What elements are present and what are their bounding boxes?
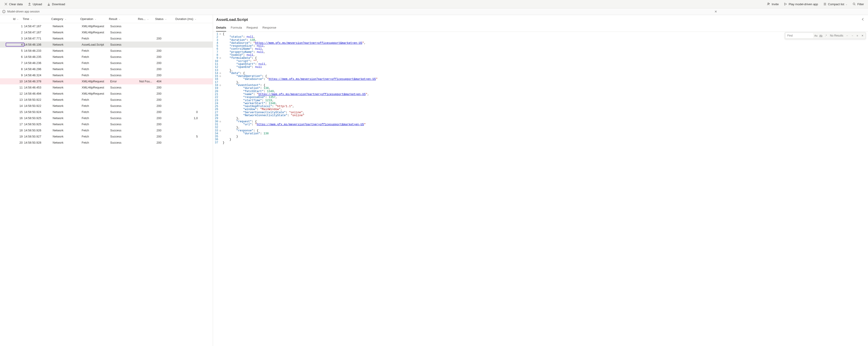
find-next-button[interactable]: →	[850, 33, 855, 38]
cell-category: Network	[53, 49, 82, 52]
table-row[interactable]: 614:58:48.235NetworkFetchSuccess200	[0, 54, 213, 60]
cell-status: 200	[156, 141, 177, 144]
table-row[interactable]: 514:58:48.233NetworkFetchSuccess200	[0, 48, 213, 54]
col-header-duration[interactable]: Duration (ms)⌄	[175, 17, 198, 21]
cell-operation: Fetch	[82, 67, 110, 71]
tab-response[interactable]: Response	[262, 25, 276, 32]
cell-time: 14:58:48.324	[24, 74, 53, 77]
find-in-selection-button[interactable]: ≡	[855, 33, 860, 38]
table-row[interactable]: 914:58:48.324NetworkFetchSuccess200	[0, 72, 213, 78]
find-bar: Aa Ab .* No Results ← → ≡ ✕	[785, 32, 866, 39]
filter-button[interactable]: Filter	[850, 1, 866, 7]
clear-data-label: Clear data	[9, 2, 23, 6]
cell-operation: Fetch	[82, 141, 110, 144]
session-bar: Model-driven app session ✕	[0, 8, 868, 15]
cell-status: 200	[156, 55, 177, 59]
cell-result: Success	[110, 116, 139, 120]
chevron-down-icon: ⌄	[165, 18, 167, 20]
list-icon	[823, 2, 827, 6]
table-row[interactable]: 1814:58:50.926NetworkFetchSuccess200	[0, 127, 213, 134]
cell-status: 200	[156, 104, 177, 108]
cell-time: 14:58:50.922	[24, 104, 53, 108]
cell-id: 3	[6, 37, 24, 40]
play-app-button[interactable]: Play model-driven app	[782, 1, 820, 7]
find-input[interactable]	[786, 33, 813, 38]
cell-time: 14:58:48.296	[24, 67, 53, 71]
session-close-button[interactable]: ✕	[713, 9, 718, 14]
cell-operation: Fetch	[82, 122, 110, 126]
tab-details[interactable]: Details	[216, 25, 226, 32]
tab-request[interactable]: Request	[247, 25, 258, 32]
table-row[interactable]: 714:58:48.236NetworkFetchSuccess200	[0, 60, 213, 66]
cell-status: 200	[156, 122, 177, 126]
cell-operation: Fetch	[82, 110, 110, 114]
whole-word-icon[interactable]: Ab	[818, 33, 823, 38]
cell-result: Success	[110, 67, 139, 71]
cell-result: Success	[110, 37, 139, 40]
details-tabs: DetailsFormulaRequestResponse	[213, 25, 868, 32]
table-row[interactable]: 1714:58:50.925NetworkFetchSuccess200	[0, 121, 213, 127]
cell-category: Network	[53, 74, 82, 77]
cell-category: Network	[53, 25, 82, 28]
col-header-id[interactable]: Id⌄	[4, 17, 23, 21]
session-title: Model-driven app session	[7, 10, 39, 13]
table-row[interactable]: 414:58:48.106NetworkAssetLoad.ScriptSucc…	[0, 41, 213, 48]
fold-gutter[interactable]: ⊟ ⊟ ⊟ ⊟ ⊟ ⊟ ⊟	[220, 33, 223, 346]
clear-data-button[interactable]: Clear data	[2, 1, 25, 7]
cell-status: 200	[156, 37, 177, 40]
match-case-icon[interactable]: Aa	[813, 33, 818, 38]
col-header-operation[interactable]: Operation⌄	[80, 17, 109, 21]
expand-pane-button[interactable]	[861, 18, 865, 22]
cell-operation: Fetch	[82, 116, 110, 120]
chevron-down-icon: ⌄	[30, 18, 32, 20]
cell-status: 200	[156, 128, 177, 132]
code-content[interactable]: { "status": null, "duration": 138, "data…	[223, 33, 868, 346]
cell-time: 14:58:48.378	[24, 80, 53, 83]
cell-category: Network	[53, 135, 82, 138]
play-icon	[784, 2, 787, 6]
cell-status: 404	[156, 80, 177, 83]
table-row[interactable]: 214:58:47.167NetworkXMLHttpRequestSucces…	[0, 29, 213, 35]
upload-button[interactable]: Upload	[26, 1, 44, 7]
table-row[interactable]: 1214:58:48.494NetworkXMLHttpRequestSucce…	[0, 90, 213, 97]
cell-category: Network	[53, 98, 82, 102]
table-row[interactable]: 1414:58:50.922NetworkFetchSuccess200	[0, 103, 213, 109]
cell-time: 14:58:48.233	[24, 49, 53, 52]
col-header-status[interactable]: Status⌄	[155, 17, 175, 21]
cell-operation: Fetch	[82, 55, 110, 59]
cell-result: Error	[110, 80, 139, 83]
col-header-res2[interactable]: Res...⌄	[138, 17, 155, 21]
table-row[interactable]: 2014:58:50.928NetworkFetchSuccess200	[0, 140, 213, 146]
upload-label: Upload	[33, 2, 42, 6]
cell-result: Success	[110, 25, 139, 28]
col-header-category[interactable]: Category⌄	[51, 17, 80, 21]
compact-list-button[interactable]: Compact list ⌄	[821, 1, 849, 7]
upload-icon	[28, 2, 31, 6]
chevron-down-icon: ⌄	[147, 18, 149, 20]
invite-button[interactable]: Invite	[765, 1, 780, 7]
table-row[interactable]: 1614:58:50.925NetworkFetchSuccess2001,0	[0, 115, 213, 121]
table-row[interactable]: 1514:58:50.924NetworkFetchSuccess2000	[0, 109, 213, 115]
find-prev-button[interactable]: ←	[845, 33, 849, 38]
find-close-button[interactable]: ✕	[860, 33, 865, 38]
table-row[interactable]: 1014:58:48.378NetworkXMLHttpRequestError…	[0, 78, 213, 84]
table-row[interactable]: 1914:58:50.927NetworkFetchSuccess2005	[0, 134, 213, 140]
table-row[interactable]: 1314:58:50.922NetworkFetchSuccess200	[0, 97, 213, 103]
table-row[interactable]: 114:58:47.167NetworkXMLHttpRequestSucces…	[0, 23, 213, 29]
table-row[interactable]: 814:58:48.296NetworkFetchSuccess200	[0, 66, 213, 72]
cell-time: 14:58:47.167	[24, 25, 53, 28]
table-row[interactable]: 314:58:47.771NetworkFetchSuccess200	[0, 35, 213, 41]
tab-formula[interactable]: Formula	[231, 25, 242, 32]
col-header-time[interactable]: Time⌄	[23, 17, 51, 21]
download-button[interactable]: Download	[45, 1, 67, 7]
cell-category: Network	[53, 122, 82, 126]
col-header-result[interactable]: Result⌄	[109, 17, 138, 21]
regex-icon[interactable]: .*	[824, 33, 828, 38]
cell-time: 14:58:50.922	[24, 98, 53, 102]
table-body[interactable]: 114:58:47.167NetworkXMLHttpRequestSucces…	[0, 23, 213, 346]
cell-status: 200	[156, 49, 177, 52]
table-row[interactable]: 1114:58:48.453NetworkXMLHttpRequestSucce…	[0, 84, 213, 90]
cell-category: Network	[53, 31, 82, 34]
main-toolbar: Clear data Upload Download Invite Play m…	[0, 0, 868, 8]
cell-id: 18	[6, 128, 24, 132]
